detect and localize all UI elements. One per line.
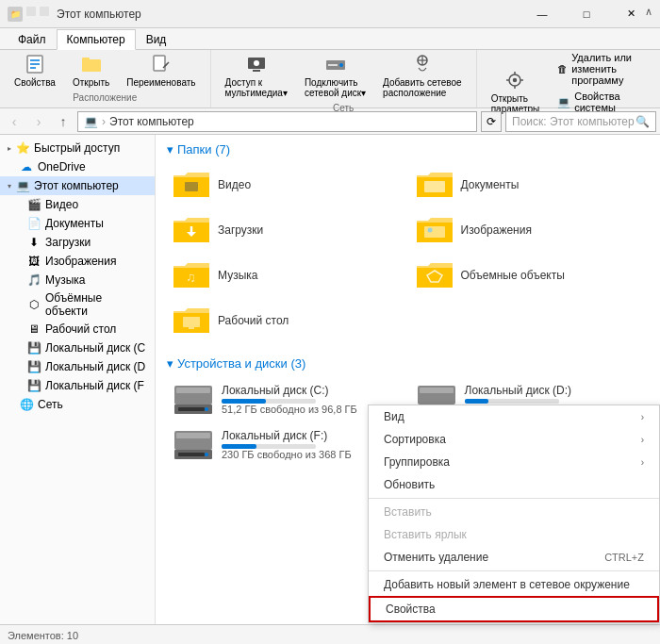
folder-images[interactable]: Изображения [410,209,650,251]
ctx-view[interactable]: Вид › [369,405,659,428]
folder-images-label: Изображения [461,223,532,237]
ctx-undo-delete-shortcut: CTRL+Z [604,552,644,563]
downloads-label: Загрузки [45,236,91,249]
sidebar-item-downloads[interactable]: ⬇ Загрузки [0,233,155,252]
sidebar-item-quick-access[interactable]: ▸ ⭐ Быстрый доступ [0,139,155,157]
folder-objects3d[interactable]: Объемные объекты [410,255,650,296]
tab-computer[interactable]: Компьютер [57,29,136,50]
folders-title-text: Папки (7) [177,142,230,157]
uninstall-button[interactable]: 🗑 Удалить или изменить программу [553,50,652,88]
refresh-address-button[interactable]: ⟳ [481,111,502,132]
folder-music-icon: ♫ [173,258,210,292]
ctx-properties[interactable]: Свойства [369,596,659,622]
sidebar-item-network[interactable]: 🌐 Сеть [0,395,155,414]
search-box[interactable]: Поиск: Этот компьютер 🔍 [505,111,656,132]
ctx-group[interactable]: Группировка › [369,451,659,473]
svg-rect-5 [82,58,90,61]
this-pc-icon: 💻 [15,178,30,193]
sidebar-item-music[interactable]: 🎵 Музыка [0,271,155,289]
address-input[interactable]: 💻 › Этот компьютер [77,111,477,132]
ctx-undo-delete[interactable]: Отменить удаление CTRL+Z [369,546,659,569]
ctx-paste-shortcut[interactable]: Вставить ярлык [369,523,659,546]
sidebar-item-desktop[interactable]: 🖥 Рабочий стол [0,320,155,339]
sys-props-label: Свойства системы [574,91,649,113]
svg-point-53 [205,407,208,411]
sidebar: ▸ ⭐ Быстрый доступ ☁ OneDrive ▾ 💻 Этот к… [0,135,156,624]
ctx-properties-label: Свойства [386,603,436,616]
minimize-button[interactable]: — [520,0,564,28]
devices-arrow: ▾ [167,356,173,371]
ctx-view-label: Вид [384,410,404,423]
sidebar-item-onedrive[interactable]: ☁ OneDrive [0,157,155,176]
network-drive-label: Подключитьсетевой диск▾ [305,77,366,98]
network-drive-icon [324,53,347,75]
group-actions-label: Расположение [73,92,137,103]
folder-objects3d-icon [416,258,454,292]
add-location-icon [411,53,434,75]
ribbon-buttons-network: Доступ кмультимедиа▾ Подключитьсетевой д… [219,50,469,101]
sidebar-item-this-pc[interactable]: ▾ 💻 Этот компьютер [0,176,155,195]
address-part-pc[interactable]: Этот компьютер [109,115,194,128]
folder-video-label: Видео [218,178,251,191]
svg-rect-47 [183,317,200,327]
drive-c-label: Локальный диск (C:) [222,384,357,397]
maximize-button[interactable]: □ [565,0,608,28]
disk-d-icon: 💾 [26,359,41,374]
ctx-paste[interactable]: Вставить [369,501,659,523]
rename-button[interactable]: Переименовать [120,50,202,91]
back-button[interactable]: ‹ [4,111,25,132]
folder-music[interactable]: ♫ Музыка [167,255,406,296]
folder-desktop[interactable]: Рабочий стол [167,300,406,341]
sidebar-item-objects3d[interactable]: ⬡ Объёмные объекти [0,289,155,320]
uninstall-icon: 🗑 [557,63,568,74]
network-label: Сеть [38,398,63,411]
sidebar-item-disk-f[interactable]: 💾 Локальный диск (F [0,376,155,395]
network-drive-button[interactable]: Подключитьсетевой диск▾ [298,50,372,101]
documents-folder-icon: 📄 [26,216,41,231]
objects3d-folder-icon: ⬡ [26,297,41,312]
folder-downloads[interactable]: Загрузки [167,209,406,251]
drive-c-icon [173,382,214,416]
disk-f-label: Локальный диск (F [45,379,144,392]
svg-rect-14 [328,64,338,66]
sys-props-icon: 💻 [557,96,570,108]
search-icon: 🔍 [635,115,650,128]
ribbon-toggle[interactable]: ∧ [645,6,652,18]
svg-point-38 [427,228,432,233]
ctx-undo-delete-label: Отменить удаление [384,551,488,564]
folder-documents[interactable]: Документы [410,164,650,206]
sidebar-item-disk-c[interactable]: 💾 Локальный диск (C [0,339,155,357]
folder-documents-label: Документы [461,178,520,191]
svg-rect-37 [424,226,445,238]
ctx-sort-label: Сортировка [384,433,446,446]
ctx-sort[interactable]: Сортировка › [369,428,659,451]
svg-rect-50 [176,388,210,393]
properties-button[interactable]: Свойства [8,50,62,91]
ribbon-buttons-actions: Свойства Открыть Переименовать [8,50,203,91]
open-button[interactable]: Открыть [66,50,116,91]
folder-video-icon [173,168,210,202]
svg-point-63 [205,453,208,456]
sidebar-item-images[interactable]: 🖼 Изображения [0,252,155,271]
sidebar-item-documents[interactable]: 📄 Документы [0,214,155,233]
multimedia-button[interactable]: Доступ кмультимедиа▾ [219,50,294,101]
drive-f-free: 230 ГБ свободно из 368 ГБ [222,449,352,460]
ctx-refresh[interactable]: Обновить [369,473,659,496]
tab-file[interactable]: Файл [8,29,57,49]
forward-button[interactable]: › [28,111,49,132]
open-settings-button[interactable]: Открытьпараметры [485,66,547,117]
search-placeholder: Поиск: Этот компьютер [512,115,635,128]
folder-objects3d-label: Объемные объекты [461,269,565,282]
title-bar: 📁 Этот компьютер — □ ✕ [0,0,660,28]
folder-video[interactable]: Видео [167,164,406,206]
add-location-button[interactable]: Добавить сетевоерасположение [376,50,469,101]
up-button[interactable]: ↑ [53,111,74,132]
ribbon-tabs: Файл Компьютер Вид ∧ [0,28,660,49]
sidebar-item-video[interactable]: 🎬 Видео [0,195,155,214]
sidebar-item-disk-d[interactable]: 💾 Локальный диск (D [0,357,155,376]
ctx-add-network[interactable]: Добавить новый элемент в сетевое окружен… [369,573,659,596]
drive-f-info: Локальный диск (F:) 230 ГБ свободно из 3… [222,429,352,460]
ctx-sort-arrow: › [641,435,644,445]
documents-label: Документы [45,217,104,230]
tab-view[interactable]: Вид [136,29,177,49]
